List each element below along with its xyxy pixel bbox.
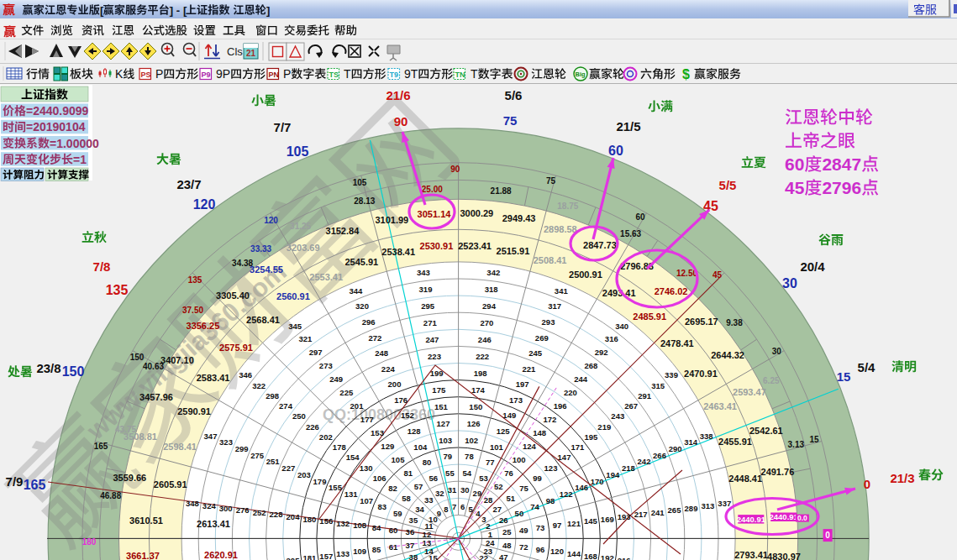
svg-text:132: 132 — [336, 519, 350, 528]
svg-text:247: 247 — [425, 335, 439, 344]
svg-text:171: 171 — [571, 442, 585, 452]
svg-text:80: 80 — [423, 458, 432, 467]
svg-text:2523.41: 2523.41 — [458, 241, 492, 251]
svg-text:6.25: 6.25 — [763, 376, 780, 385]
svg-text:7/9: 7/9 — [6, 474, 24, 489]
svg-text:178: 178 — [333, 442, 346, 452]
svg-text:99: 99 — [533, 474, 542, 483]
svg-text:2847.73: 2847.73 — [583, 240, 617, 250]
svg-text:2538.41: 2538.41 — [381, 247, 415, 257]
svg-text:5/4: 5/4 — [858, 360, 876, 374]
svg-text:3610.51: 3610.51 — [129, 516, 163, 526]
svg-text:176: 176 — [394, 395, 408, 405]
svg-text:=2440.9099: =2440.9099 — [26, 104, 89, 118]
svg-text:21/3: 21/3 — [890, 471, 914, 485]
svg-text:155: 155 — [329, 483, 343, 492]
svg-text:61: 61 — [389, 542, 398, 552]
svg-text:40.63: 40.63 — [143, 362, 164, 371]
svg-text:218: 218 — [622, 463, 635, 473]
svg-text:59: 59 — [393, 509, 402, 518]
svg-text:201: 201 — [350, 401, 365, 411]
svg-text:33: 33 — [424, 495, 434, 505]
svg-text:165: 165 — [24, 478, 46, 492]
svg-text:294: 294 — [482, 301, 497, 311]
svg-text:55: 55 — [445, 468, 455, 478]
svg-text:205: 205 — [287, 556, 301, 560]
svg-text:34: 34 — [415, 505, 424, 514]
svg-text:246: 246 — [478, 335, 492, 344]
svg-text:60: 60 — [635, 212, 645, 222]
svg-text:322: 322 — [252, 381, 266, 390]
svg-text:2553.41: 2553.41 — [309, 272, 343, 282]
svg-text:T9: T9 — [390, 71, 399, 79]
svg-text:106: 106 — [373, 474, 386, 483]
svg-text:0: 0 — [825, 531, 830, 540]
svg-text:5/6: 5/6 — [505, 88, 523, 102]
svg-text:194: 194 — [606, 470, 620, 479]
svg-text:2695.17: 2695.17 — [685, 317, 718, 327]
svg-text:2448.41: 2448.41 — [728, 474, 762, 484]
svg-text:58: 58 — [402, 494, 411, 503]
svg-text:346: 346 — [239, 370, 252, 379]
svg-text:7/8: 7/8 — [93, 259, 111, 274]
svg-text:169: 169 — [601, 515, 614, 524]
svg-text:109: 109 — [353, 547, 366, 556]
svg-text:74: 74 — [530, 502, 539, 511]
svg-text:35: 35 — [409, 516, 418, 525]
svg-text:3: 3 — [481, 515, 486, 524]
svg-text:3559.66: 3559.66 — [113, 473, 146, 483]
svg-text:266: 266 — [653, 451, 666, 460]
svg-text:127: 127 — [437, 419, 450, 428]
svg-text:273: 273 — [319, 361, 333, 370]
svg-text:T: T — [344, 67, 351, 81]
svg-text:2793.41: 2793.41 — [734, 550, 768, 560]
svg-text:2613.41: 2613.41 — [197, 519, 230, 529]
svg-text:2605.91: 2605.91 — [154, 479, 187, 489]
svg-text:130: 130 — [360, 463, 373, 473]
svg-text:9T: 9T — [404, 67, 418, 81]
svg-text:2508.41: 2508.41 — [534, 255, 567, 265]
svg-text:124: 124 — [523, 442, 537, 451]
svg-text:252: 252 — [253, 508, 266, 517]
svg-text:165: 165 — [94, 442, 108, 451]
svg-text:204: 204 — [287, 512, 301, 521]
svg-text:228: 228 — [270, 510, 283, 519]
svg-text:156: 156 — [319, 516, 333, 526]
svg-text:84: 84 — [372, 523, 381, 532]
svg-text:217: 217 — [634, 510, 648, 519]
svg-text:202: 202 — [319, 432, 333, 442]
svg-text:3101.99: 3101.99 — [375, 215, 408, 225]
svg-text:2: 2 — [486, 521, 490, 531]
svg-text:83: 83 — [377, 502, 386, 511]
svg-text:272: 272 — [368, 333, 381, 343]
svg-text:3356.25: 3356.25 — [187, 321, 220, 331]
svg-text:52: 52 — [494, 482, 503, 491]
svg-text:5/5: 5/5 — [719, 178, 737, 192]
svg-text:2530.91: 2530.91 — [420, 241, 454, 251]
svg-text:9P: 9P — [216, 67, 230, 81]
svg-text:150: 150 — [62, 364, 85, 379]
svg-text:PN: PN — [269, 71, 280, 79]
svg-text:275: 275 — [250, 451, 265, 460]
svg-text:222: 222 — [476, 352, 489, 361]
svg-text:150: 150 — [469, 402, 482, 411]
svg-text:144: 144 — [567, 549, 581, 558]
svg-text:197: 197 — [516, 379, 529, 389]
svg-text:267: 267 — [624, 401, 638, 411]
svg-text:342: 342 — [486, 268, 500, 277]
svg-text:21/5: 21/5 — [616, 119, 640, 133]
svg-text:203: 203 — [297, 470, 311, 479]
svg-text:128: 128 — [408, 427, 421, 436]
svg-text:243: 243 — [611, 411, 624, 421]
svg-text:157: 157 — [319, 552, 333, 560]
svg-text:43.75: 43.75 — [115, 425, 136, 434]
svg-text:72: 72 — [519, 542, 528, 552]
svg-text:196: 196 — [554, 401, 567, 411]
svg-text:177: 177 — [360, 415, 374, 424]
svg-text:123: 123 — [544, 463, 558, 473]
svg-text:2949.43: 2949.43 — [502, 213, 536, 223]
svg-text:195: 195 — [584, 432, 598, 442]
svg-text:224: 224 — [381, 364, 396, 374]
svg-text:153: 153 — [371, 428, 384, 437]
svg-text:270: 270 — [480, 318, 493, 327]
